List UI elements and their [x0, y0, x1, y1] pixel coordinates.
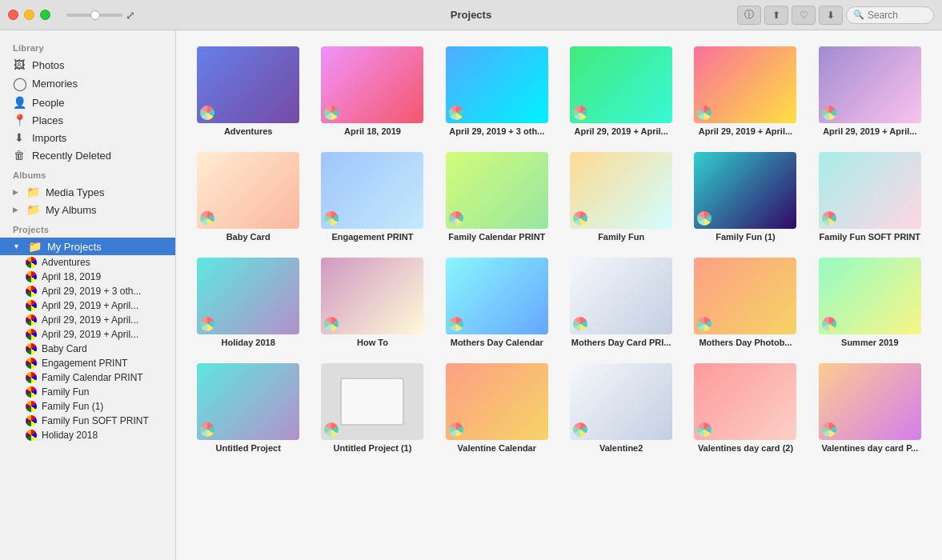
project-name-april-29-april3: April 29, 2019 + April... — [823, 126, 916, 136]
media-types-label: Media Types — [46, 186, 104, 198]
project-thumb-holiday-2018 — [197, 258, 299, 334]
sidebar-item-april-29-1[interactable]: April 29, 2019 + 3 oth... — [0, 284, 175, 298]
share-button[interactable]: ⬆ — [764, 6, 788, 25]
april-29-2-label: April 29, 2019 + April... — [42, 300, 138, 311]
sidebar-item-baby-card[interactable]: Baby Card — [0, 342, 175, 356]
search-input[interactable] — [868, 10, 932, 21]
project-item-baby-card[interactable]: Baby Card — [192, 152, 304, 242]
projects-section-title: Projects — [0, 218, 175, 238]
sidebar-item-adventures[interactable]: Adventures — [0, 255, 175, 270]
sidebar-item-april-29-2[interactable]: April 29, 2019 + April... — [0, 298, 175, 313]
sidebar-item-engagement-print[interactable]: Engagement PRINT — [0, 356, 175, 370]
project-item-untitled[interactable]: Untitled Project — [192, 363, 304, 453]
sidebar-item-april-18[interactable]: April 18, 2019 — [0, 270, 175, 284]
project-item-april-29-april2[interactable]: April 29, 2019 + April... — [689, 46, 801, 136]
memories-icon: ◯ — [13, 76, 26, 91]
project-name-valentines-day-card-p: Valentines day card P... — [821, 443, 918, 453]
project-dot-family-fun-1 — [26, 401, 37, 412]
project-thumb-april-29-april2 — [694, 46, 796, 123]
upload-button[interactable]: ⬇ — [819, 6, 843, 25]
sidebar-item-recently-deleted[interactable]: 🗑 Recently Deleted — [0, 146, 175, 164]
sidebar-item-family-fun-soft[interactable]: Family Fun SOFT PRINT — [0, 414, 175, 428]
sidebar-item-april-29-3[interactable]: April 29, 2019 + April... — [0, 313, 175, 327]
zoom-thumb[interactable] — [90, 10, 100, 20]
project-name-family-calendar-print: Family Calendar PRINT — [448, 232, 545, 242]
sidebar-item-holiday-2018[interactable]: Holiday 2018 — [0, 428, 175, 442]
project-item-family-fun[interactable]: Family Fun — [565, 152, 677, 242]
project-name-april-29-3oth: April 29, 2019 + 3 oth... — [449, 126, 544, 136]
minimize-button[interactable] — [24, 10, 34, 20]
fullscreen-icon[interactable]: ⤢ — [126, 9, 135, 22]
sidebar-item-family-fun-1[interactable]: Family Fun (1) — [0, 399, 175, 414]
project-item-engagement-print[interactable]: Engagement PRINT — [316, 152, 428, 242]
project-item-valentines-day-card-p[interactable]: Valentines day card P... — [814, 363, 926, 453]
people-icon: 👤 — [13, 96, 26, 109]
photos-label: Photos — [32, 59, 64, 71]
project-dot-adventures — [26, 257, 37, 268]
sidebar-item-imports[interactable]: ⬇ Imports — [0, 129, 175, 146]
project-item-april-29-3oth[interactable]: April 29, 2019 + 3 oth... — [441, 46, 553, 136]
project-item-mothers-day-photo[interactable]: Mothers Day Photob... — [689, 258, 801, 347]
sidebar-item-family-calendar[interactable]: Family Calendar PRINT — [0, 370, 175, 385]
sidebar-item-memories[interactable]: ◯ Memories — [0, 74, 175, 94]
family-fun-soft-label: Family Fun SOFT PRINT — [42, 415, 149, 426]
project-thumb-april-29-april1 — [570, 46, 672, 123]
sidebar-item-my-albums[interactable]: ▶ 📁 My Albums — [0, 201, 175, 218]
project-name-how-to: How To — [357, 338, 388, 347]
project-thumb-family-fun-1 — [694, 152, 796, 229]
photos-icon: 🖼 — [13, 58, 26, 71]
project-item-how-to[interactable]: How To — [316, 258, 428, 347]
project-badge-april-18 — [324, 106, 339, 120]
close-button[interactable] — [8, 10, 18, 20]
project-item-valentine2[interactable]: Valentine2 — [565, 363, 677, 453]
family-fun-label: Family Fun — [42, 386, 89, 398]
project-item-family-fun-soft[interactable]: Family Fun SOFT PRINT — [814, 152, 926, 242]
zoom-slider[interactable] — [66, 14, 122, 17]
project-item-mothers-day-cal[interactable]: Mothers Day Calendar — [441, 258, 553, 347]
project-item-mothers-day-card[interactable]: Mothers Day Card PRI... — [565, 258, 677, 347]
project-thumb-adventures — [197, 46, 299, 123]
window-title: Projects — [451, 9, 491, 21]
favorite-button[interactable]: ♡ — [792, 6, 816, 25]
project-name-mothers-day-photo: Mothers Day Photob... — [699, 338, 792, 347]
info-button[interactable]: ⓘ — [737, 6, 761, 25]
expand-arrow-albums: ▶ — [13, 206, 18, 214]
project-thumb-untitled — [197, 363, 299, 440]
project-name-valentine-cal: Valentine Calendar — [458, 443, 536, 453]
project-item-family-fun-1[interactable]: Family Fun (1) — [689, 152, 801, 242]
project-badge-april-29-april2 — [697, 106, 712, 120]
sidebar-item-family-fun[interactable]: Family Fun — [0, 385, 175, 399]
project-dot-april18 — [26, 271, 37, 282]
project-name-summer-2019: Summer 2019 — [841, 338, 899, 347]
sidebar-item-media-types[interactable]: ▶ 📁 Media Types — [0, 183, 175, 201]
traffic-lights — [8, 10, 50, 20]
my-projects-label: My Projects — [47, 241, 102, 253]
project-item-family-calendar-print[interactable]: Family Calendar PRINT — [441, 152, 553, 242]
project-item-summer-2019[interactable]: Summer 2019 — [814, 258, 926, 347]
project-name-mothers-day-card: Mothers Day Card PRI... — [571, 338, 671, 347]
sidebar-item-photos[interactable]: 🖼 Photos — [0, 56, 175, 74]
sidebar-item-people[interactable]: 👤 People — [0, 94, 175, 111]
sidebar-item-april-29-4[interactable]: April 29, 2019 + April... — [0, 327, 175, 342]
maximize-button[interactable] — [40, 10, 50, 20]
project-item-holiday-2018[interactable]: Holiday 2018 — [192, 258, 304, 347]
sidebar-item-places[interactable]: 📍 Places — [0, 111, 175, 129]
projects-grid: AdventuresApril 18, 2019April 29, 2019 +… — [192, 46, 926, 453]
engagement-label: Engagement PRINT — [42, 358, 127, 369]
project-item-april-29-april1[interactable]: April 29, 2019 + April... — [565, 46, 677, 136]
project-thumb-valentines-day-card-p — [819, 363, 921, 440]
project-name-untitled-1: Untitled Project (1) — [334, 443, 412, 453]
sidebar-item-my-projects[interactable]: ▼ 📁 My Projects — [0, 238, 175, 255]
search-icon: 🔍 — [853, 10, 864, 20]
project-item-april-29-april3[interactable]: April 29, 2019 + April... — [814, 46, 926, 136]
project-badge-family-fun-1 — [697, 211, 712, 226]
project-item-adventures[interactable]: Adventures — [192, 46, 304, 136]
expand-arrow-projects: ▼ — [13, 242, 20, 250]
project-item-valentine-cal[interactable]: Valentine Calendar — [441, 363, 553, 453]
project-dot-april291 — [26, 286, 37, 297]
project-item-valentines-day-card-2[interactable]: Valentines day card (2) — [689, 363, 801, 453]
project-badge-valentine-cal — [449, 422, 463, 437]
project-item-april-18[interactable]: April 18, 2019 — [316, 46, 428, 136]
project-item-untitled-1[interactable]: Untitled Project (1) — [316, 363, 428, 453]
search-box[interactable]: 🔍 — [846, 6, 934, 24]
